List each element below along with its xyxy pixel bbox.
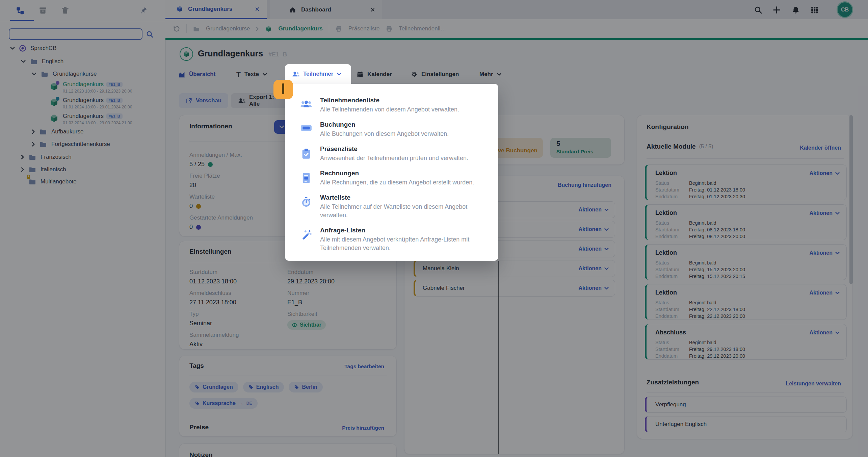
menu-item-title: Anfrage-Listen [320,227,487,234]
chevron-down-icon [337,73,341,76]
cursor-marker [273,80,293,99]
menu-item-praesenzliste[interactable]: PräsenzlisteAnwesenheit der Teilnehmende… [298,145,487,162]
ticket-icon [300,124,312,132]
clipboard-check-icon [301,148,311,159]
menu-item-title: Buchungen [320,121,449,128]
menu-item-desc: Alle Buchungen von diesem Angebot verwal… [320,130,449,138]
people-group-icon [300,99,312,109]
menu-item-desc: Alle mit diesem Angebot verknüpften Anfr… [320,235,487,252]
cursor-bar [282,83,284,94]
people-icon [292,71,299,77]
tab-label: Teilnehmer [303,71,333,77]
divider-line [498,261,499,454]
invoice-icon [301,172,311,184]
menu-item-warteliste[interactable]: WartelisteAlle Teilnehmer auf der Wartel… [298,194,487,220]
teilnehmer-dropdown-menu: TeilnehmendenlisteAlle Teilnehmenden von… [285,84,498,261]
menu-item-desc: Anwesenheit der Teilnehmenden prüfen und… [320,154,468,162]
app-root: SprachCB Englisch Grundlagenkurse Grundl… [0,0,868,457]
menu-item-desc: Alle Rechnungen, die zu diesem Angebot e… [320,178,474,187]
menu-item-desc: Alle Teilnehmenden von diesem Angebot ve… [320,105,459,114]
stopwatch-icon [301,197,311,208]
wand-icon [301,229,312,240]
menu-item-title: Warteliste [320,194,487,201]
menu-item-anfrage-listen[interactable]: Anfrage-ListenAlle mit diesem Angebot ve… [298,227,487,252]
menu-item-title: Teilnehmendenliste [320,97,459,104]
menu-item-buchungen[interactable]: BuchungenAlle Buchungen von diesem Angeb… [298,121,487,138]
menu-item-desc: Alle Teilnehmer auf der Warteliste von d… [320,203,487,220]
menu-item-title: Präsenzliste [320,145,468,153]
menu-item-rechnungen[interactable]: RechnungenAlle Rechnungen, die zu diesem… [298,170,487,187]
tab-teilnehmer[interactable]: Teilnehmer [285,64,351,84]
menu-item-teilnehmendenliste[interactable]: TeilnehmendenlisteAlle Teilnehmenden von… [298,97,487,114]
menu-item-title: Rechnungen [320,170,474,177]
